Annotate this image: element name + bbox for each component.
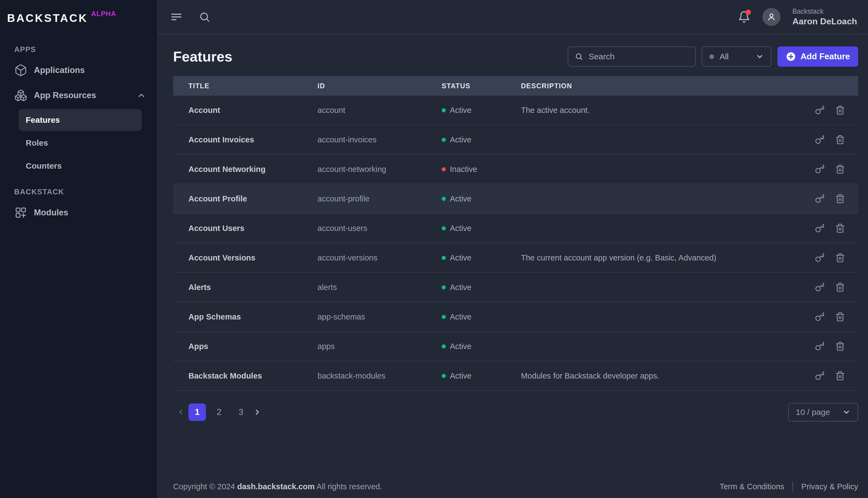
feature-status: Active — [442, 224, 521, 233]
page-button-3[interactable]: 3 — [232, 404, 250, 421]
status-label: Active — [450, 224, 471, 233]
feature-id: account-users — [318, 224, 442, 233]
trash-icon[interactable] — [835, 105, 845, 115]
key-icon[interactable] — [815, 223, 825, 233]
bell-icon[interactable] — [738, 11, 750, 23]
feature-title: Account Profile — [189, 194, 318, 204]
row-actions — [806, 223, 858, 233]
trash-icon[interactable] — [835, 253, 845, 263]
search-input[interactable] — [588, 52, 689, 62]
controls: All Add Feature — [568, 47, 858, 67]
status-label: Active — [450, 283, 471, 292]
feature-status: Active — [442, 283, 521, 292]
sidebar-item-counters[interactable]: Counters — [18, 155, 142, 177]
row-actions — [806, 253, 858, 263]
trash-icon[interactable] — [835, 371, 845, 381]
privacy-link[interactable]: Privacy & Policy — [801, 482, 858, 491]
trash-icon[interactable] — [835, 135, 845, 145]
key-icon[interactable] — [815, 341, 825, 351]
table-row[interactable]: Account Usersaccount-usersActive — [173, 214, 858, 243]
feature-status: Active — [442, 312, 521, 322]
table-row[interactable]: Backstack Modulesbackstack-modulesActive… — [173, 361, 858, 391]
table-row[interactable]: Account Versionsaccount-versionsActiveTh… — [173, 243, 858, 273]
table-row[interactable]: AppsappsActive — [173, 332, 858, 361]
feature-title: Account — [189, 106, 318, 115]
page-button-1[interactable]: 1 — [189, 404, 206, 421]
filter-value: All — [720, 52, 728, 61]
feature-status: Inactive — [442, 165, 521, 174]
prev-page-icon[interactable] — [173, 404, 189, 421]
key-icon[interactable] — [815, 371, 825, 381]
table-row[interactable]: AlertsalertsActive — [173, 273, 858, 302]
chevron-up-icon — [137, 91, 146, 100]
key-icon[interactable] — [815, 253, 825, 263]
feature-description: Modules for Backstack developer apps. — [521, 371, 806, 380]
trash-icon[interactable] — [835, 341, 845, 351]
cube-icon — [14, 64, 27, 77]
sidebar-item-modules[interactable]: Modules — [0, 200, 157, 225]
status-dot-icon — [442, 226, 446, 231]
feature-title: Apps — [189, 342, 318, 351]
add-feature-button[interactable]: Add Feature — [777, 47, 858, 67]
trash-icon[interactable] — [835, 282, 845, 292]
key-icon[interactable] — [815, 282, 825, 292]
feature-title: Account Invoices — [189, 135, 318, 144]
page-size-select[interactable]: 10 / page — [788, 403, 858, 421]
sidebar-item-app-resources[interactable]: App Resources — [0, 83, 157, 108]
pagination-pages: 123 — [189, 404, 250, 421]
status-label: Active — [450, 106, 471, 115]
sidebar-item-applications[interactable]: Applications — [0, 58, 157, 83]
menu-icon[interactable] — [170, 11, 182, 23]
status-filter-select[interactable]: All — [702, 47, 772, 67]
avatar[interactable] — [762, 8, 780, 26]
feature-title: App Schemas — [189, 312, 318, 322]
pagination: 123 10 / page — [173, 403, 858, 421]
table-body: AccountaccountActiveThe active account.A… — [173, 96, 858, 391]
feature-id: account — [318, 106, 442, 115]
key-icon[interactable] — [815, 312, 825, 322]
status-label: Active — [450, 253, 471, 262]
feature-id: alerts — [318, 283, 442, 292]
status-dot-icon — [442, 167, 446, 171]
status-dot-icon — [442, 108, 446, 112]
next-page-icon[interactable] — [250, 404, 265, 421]
footer-links: Term & Conditions Privacy & Policy — [720, 482, 858, 492]
trash-icon[interactable] — [835, 223, 845, 233]
table-row[interactable]: AccountaccountActiveThe active account. — [173, 96, 858, 125]
trash-icon[interactable] — [835, 312, 845, 322]
status-label: Inactive — [450, 165, 477, 174]
sidebar-item-label: Applications — [34, 65, 85, 75]
topbar: Backstack Aaron DeLoach — [157, 0, 868, 35]
row-actions — [806, 164, 858, 174]
status-label: Active — [450, 194, 471, 204]
row-actions — [806, 312, 858, 322]
table-row[interactable]: Account Profileaccount-profileActive — [173, 184, 858, 214]
user-block[interactable]: Backstack Aaron DeLoach — [792, 7, 857, 27]
app-root: BACKSTACK ALPHA APPS Applications — [0, 0, 868, 498]
trash-icon[interactable] — [835, 164, 845, 174]
feature-title: Account Users — [189, 224, 318, 233]
table-row[interactable]: Account Networkingaccount-networkingInac… — [173, 155, 858, 184]
sidebar-item-label: App Resources — [34, 91, 96, 100]
brand-name: BACKSTACK — [7, 12, 88, 24]
search-box[interactable] — [568, 47, 696, 67]
feature-title: Backstack Modules — [189, 371, 318, 380]
table-row[interactable]: App Schemasapp-schemasActive — [173, 302, 858, 332]
modules-plus-icon — [14, 206, 27, 219]
key-icon[interactable] — [815, 194, 825, 204]
status-dot-icon — [442, 138, 446, 142]
sidebar-item-features[interactable]: Features — [18, 109, 142, 131]
search-icon[interactable] — [199, 11, 210, 23]
sidebar-item-roles[interactable]: Roles — [18, 132, 142, 154]
status-label: Active — [450, 135, 471, 144]
feature-title: Account Networking — [189, 165, 318, 174]
key-icon[interactable] — [815, 164, 825, 174]
key-icon[interactable] — [815, 105, 825, 115]
page-button-2[interactable]: 2 — [210, 404, 228, 421]
table-row[interactable]: Account Invoicesaccount-invoicesActive — [173, 125, 858, 155]
key-icon[interactable] — [815, 135, 825, 145]
terms-link[interactable]: Term & Conditions — [720, 482, 784, 491]
row-actions — [806, 194, 858, 204]
content: Features All — [157, 35, 868, 498]
trash-icon[interactable] — [835, 194, 845, 204]
